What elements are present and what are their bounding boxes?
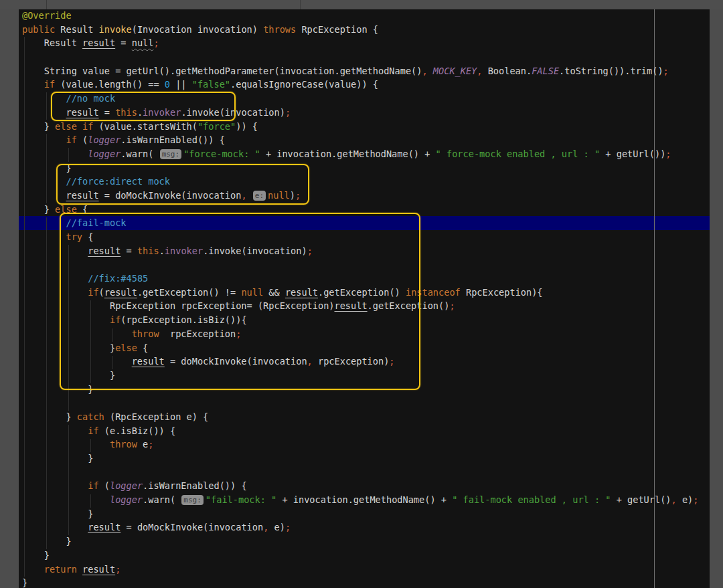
- code-line[interactable]: if (e.isBiz()) {: [19, 424, 698, 438]
- code-line[interactable]: if (value.length() == 0 || "false".equal…: [19, 78, 698, 92]
- code-line[interactable]: public Result invoke(Invocation invocati…: [19, 23, 698, 37]
- code-line[interactable]: }: [19, 452, 698, 466]
- code-editor-surface[interactable]: @Overridepublic Result invoke(Invocation…: [19, 9, 710, 588]
- code-line[interactable]: if (logger.isWarnEnabled()) {: [19, 479, 698, 493]
- editor-window: @Overridepublic Result invoke(Invocation…: [0, 0, 723, 588]
- code-line[interactable]: } else if (value.startsWith("force")) {: [19, 120, 698, 134]
- chrome-divider: [300, 0, 301, 9]
- code-line[interactable]: return result;: [19, 563, 698, 577]
- annotation-box-no-mock: [51, 92, 236, 121]
- code-line[interactable]: result = doMockInvoke(invocation, e);: [19, 520, 698, 534]
- window-chrome-strip: [0, 0, 723, 9]
- code-line[interactable]: @Override: [19, 9, 698, 23]
- code-line[interactable]: throw e;: [19, 437, 698, 452]
- code-line[interactable]: }: [19, 576, 698, 588]
- code-line[interactable]: logger.warn( msg:"force-mock: " + invoca…: [19, 147, 698, 161]
- code-line[interactable]: }: [19, 534, 698, 549]
- scrollbar-track[interactable]: [710, 9, 723, 588]
- code-line[interactable]: }: [19, 549, 698, 563]
- chrome-divider: [46, 0, 47, 9]
- annotation-box-force-direct-mock: [56, 164, 309, 205]
- code-line[interactable]: [19, 466, 698, 480]
- annotation-box-fail-mock: [60, 213, 420, 390]
- code-line[interactable]: if (logger.isWarnEnabled()) {: [19, 133, 698, 147]
- code-line[interactable]: String value = getUrl().getMethodParamet…: [19, 64, 698, 78]
- code-line[interactable]: [19, 50, 698, 64]
- code-line[interactable]: [19, 396, 698, 410]
- param-hint-badge: msg:: [160, 149, 182, 159]
- code-line[interactable]: }: [19, 507, 698, 521]
- code-line[interactable]: Result result = null;: [19, 36, 698, 50]
- code-line[interactable]: } catch (RpcException e) {: [19, 410, 698, 424]
- param-hint-badge: msg:: [181, 495, 204, 505]
- code-line[interactable]: logger.warn( msg:"fail-mock: " + invocat…: [19, 493, 698, 507]
